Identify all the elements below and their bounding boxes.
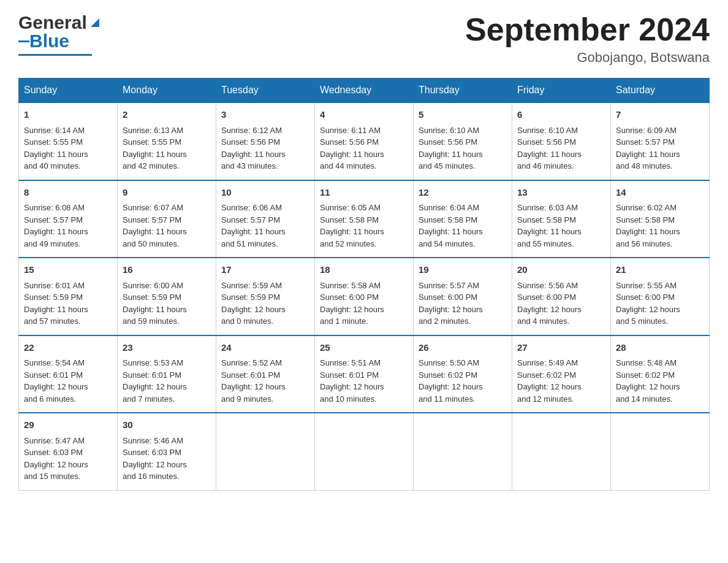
- day-cell: [611, 413, 710, 490]
- day-cell: 4Sunrise: 6:11 AMSunset: 5:56 PMDaylight…: [315, 102, 414, 180]
- day-number: 14: [616, 186, 704, 200]
- day-number: 22: [24, 341, 112, 355]
- day-number: 2: [123, 108, 211, 122]
- day-cell: 2Sunrise: 6:13 AMSunset: 5:55 PMDaylight…: [118, 102, 216, 180]
- day-info: Sunrise: 5:47 AMSunset: 6:03 PMDaylight:…: [24, 435, 112, 483]
- day-info: Sunrise: 6:14 AMSunset: 5:55 PMDaylight:…: [24, 124, 112, 172]
- day-cell: 9Sunrise: 6:07 AMSunset: 5:57 PMDaylight…: [118, 180, 216, 258]
- logo: General Blue: [18, 12, 102, 56]
- day-cell: 22Sunrise: 5:54 AMSunset: 6:01 PMDayligh…: [19, 335, 118, 413]
- day-info: Sunrise: 6:01 AMSunset: 5:59 PMDaylight:…: [24, 280, 112, 327]
- day-cell: [315, 413, 414, 490]
- day-cell: 3Sunrise: 6:12 AMSunset: 5:56 PMDaylight…: [216, 102, 315, 180]
- day-cell: [216, 413, 315, 490]
- day-cell: 1Sunrise: 6:14 AMSunset: 5:55 PMDaylight…: [19, 102, 118, 180]
- day-cell: 16Sunrise: 6:00 AMSunset: 5:59 PMDayligh…: [118, 258, 216, 335]
- day-info: Sunrise: 6:12 AMSunset: 5:56 PMDaylight:…: [221, 124, 309, 172]
- header-friday: Friday: [512, 79, 611, 103]
- day-number: 12: [419, 186, 507, 200]
- day-number: 9: [123, 186, 211, 200]
- day-cell: 13Sunrise: 6:03 AMSunset: 5:58 PMDayligh…: [512, 180, 611, 258]
- day-info: Sunrise: 5:53 AMSunset: 6:01 PMDaylight:…: [123, 357, 211, 405]
- day-number: 17: [221, 263, 309, 277]
- day-info: Sunrise: 6:11 AMSunset: 5:56 PMDaylight:…: [320, 124, 408, 172]
- day-cell: 17Sunrise: 5:59 AMSunset: 5:59 PMDayligh…: [216, 258, 315, 335]
- day-cell: 28Sunrise: 5:48 AMSunset: 6:02 PMDayligh…: [611, 335, 710, 413]
- day-number: 23: [123, 341, 211, 355]
- day-info: Sunrise: 6:02 AMSunset: 5:58 PMDaylight:…: [616, 202, 704, 250]
- day-number: 5: [419, 108, 507, 122]
- day-info: Sunrise: 5:48 AMSunset: 6:02 PMDaylight:…: [616, 357, 704, 405]
- location-title: Gobojango, Botswana: [465, 50, 710, 66]
- day-cell: 11Sunrise: 6:05 AMSunset: 5:58 PMDayligh…: [315, 180, 414, 258]
- day-number: 7: [616, 108, 704, 122]
- day-info: Sunrise: 6:00 AMSunset: 5:59 PMDaylight:…: [123, 280, 211, 327]
- header-tuesday: Tuesday: [216, 79, 315, 103]
- day-cell: 30Sunrise: 5:46 AMSunset: 6:03 PMDayligh…: [118, 413, 216, 490]
- day-info: Sunrise: 6:10 AMSunset: 5:56 PMDaylight:…: [517, 124, 605, 172]
- day-cell: 19Sunrise: 5:57 AMSunset: 6:00 PMDayligh…: [414, 258, 512, 335]
- day-number: 8: [24, 186, 112, 200]
- day-info: Sunrise: 5:58 AMSunset: 6:00 PMDaylight:…: [320, 280, 408, 327]
- day-number: 4: [320, 108, 408, 122]
- day-number: 6: [517, 108, 605, 122]
- week-row-5: 29Sunrise: 5:47 AMSunset: 6:03 PMDayligh…: [19, 413, 710, 490]
- day-number: 24: [221, 341, 309, 355]
- day-number: 16: [123, 263, 211, 277]
- day-cell: 12Sunrise: 6:04 AMSunset: 5:58 PMDayligh…: [414, 180, 512, 258]
- day-cell: 7Sunrise: 6:09 AMSunset: 5:57 PMDaylight…: [611, 102, 710, 180]
- day-info: Sunrise: 5:56 AMSunset: 6:00 PMDaylight:…: [517, 280, 605, 327]
- logo-blue-text: Blue: [29, 31, 69, 52]
- page-header: General Blue September 2024 Gobojango, B…: [18, 12, 710, 66]
- day-cell: 14Sunrise: 6:02 AMSunset: 5:58 PMDayligh…: [611, 180, 710, 258]
- day-info: Sunrise: 6:05 AMSunset: 5:58 PMDaylight:…: [320, 202, 408, 250]
- day-number: 20: [517, 263, 605, 277]
- day-number: 30: [123, 418, 211, 432]
- day-cell: 15Sunrise: 6:01 AMSunset: 5:59 PMDayligh…: [19, 258, 118, 335]
- day-info: Sunrise: 6:10 AMSunset: 5:56 PMDaylight:…: [419, 124, 507, 172]
- day-number: 10: [221, 186, 309, 200]
- day-info: Sunrise: 5:49 AMSunset: 6:02 PMDaylight:…: [517, 357, 605, 405]
- day-cell: [414, 413, 512, 490]
- day-cell: 29Sunrise: 5:47 AMSunset: 6:03 PMDayligh…: [19, 413, 118, 490]
- logo-icon: [88, 16, 102, 29]
- day-number: 29: [24, 418, 112, 432]
- day-number: 25: [320, 341, 408, 355]
- week-row-2: 8Sunrise: 6:08 AMSunset: 5:57 PMDaylight…: [19, 180, 710, 258]
- day-info: Sunrise: 5:50 AMSunset: 6:02 PMDaylight:…: [419, 357, 507, 405]
- day-info: Sunrise: 6:13 AMSunset: 5:55 PMDaylight:…: [123, 124, 211, 172]
- day-number: 19: [419, 263, 507, 277]
- day-number: 18: [320, 263, 408, 277]
- day-cell: 18Sunrise: 5:58 AMSunset: 6:00 PMDayligh…: [315, 258, 414, 335]
- day-info: Sunrise: 5:46 AMSunset: 6:03 PMDaylight:…: [123, 435, 211, 483]
- month-title: September 2024: [465, 12, 710, 47]
- day-cell: 24Sunrise: 5:52 AMSunset: 6:01 PMDayligh…: [216, 335, 315, 413]
- header-wednesday: Wednesday: [315, 79, 414, 103]
- day-info: Sunrise: 5:59 AMSunset: 5:59 PMDaylight:…: [221, 280, 309, 327]
- header-saturday: Saturday: [611, 79, 710, 103]
- day-cell: 10Sunrise: 6:06 AMSunset: 5:57 PMDayligh…: [216, 180, 315, 258]
- day-info: Sunrise: 6:03 AMSunset: 5:58 PMDaylight:…: [517, 202, 605, 250]
- title-block: September 2024 Gobojango, Botswana: [465, 12, 710, 66]
- day-cell: 5Sunrise: 6:10 AMSunset: 5:56 PMDaylight…: [414, 102, 512, 180]
- day-info: Sunrise: 5:54 AMSunset: 6:01 PMDaylight:…: [24, 357, 112, 405]
- logo-underline: [18, 54, 92, 56]
- day-cell: 23Sunrise: 5:53 AMSunset: 6:01 PMDayligh…: [118, 335, 216, 413]
- week-row-4: 22Sunrise: 5:54 AMSunset: 6:01 PMDayligh…: [19, 335, 710, 413]
- day-info: Sunrise: 6:08 AMSunset: 5:57 PMDaylight:…: [24, 202, 112, 250]
- day-cell: 21Sunrise: 5:55 AMSunset: 6:00 PMDayligh…: [611, 258, 710, 335]
- day-info: Sunrise: 6:09 AMSunset: 5:57 PMDaylight:…: [616, 124, 704, 172]
- logo-general-text: General: [18, 12, 87, 33]
- week-row-1: 1Sunrise: 6:14 AMSunset: 5:55 PMDaylight…: [19, 102, 710, 180]
- calendar-table: SundayMondayTuesdayWednesdayThursdayFrid…: [18, 78, 710, 491]
- day-cell: 20Sunrise: 5:56 AMSunset: 6:00 PMDayligh…: [512, 258, 611, 335]
- day-number: 15: [24, 263, 112, 277]
- day-info: Sunrise: 5:51 AMSunset: 6:01 PMDaylight:…: [320, 357, 408, 405]
- day-info: Sunrise: 6:04 AMSunset: 5:58 PMDaylight:…: [419, 202, 507, 250]
- day-number: 21: [616, 263, 704, 277]
- day-cell: 26Sunrise: 5:50 AMSunset: 6:02 PMDayligh…: [414, 335, 512, 413]
- day-cell: 25Sunrise: 5:51 AMSunset: 6:01 PMDayligh…: [315, 335, 414, 413]
- day-number: 3: [221, 108, 309, 122]
- day-info: Sunrise: 6:06 AMSunset: 5:57 PMDaylight:…: [221, 202, 309, 250]
- day-cell: 6Sunrise: 6:10 AMSunset: 5:56 PMDaylight…: [512, 102, 611, 180]
